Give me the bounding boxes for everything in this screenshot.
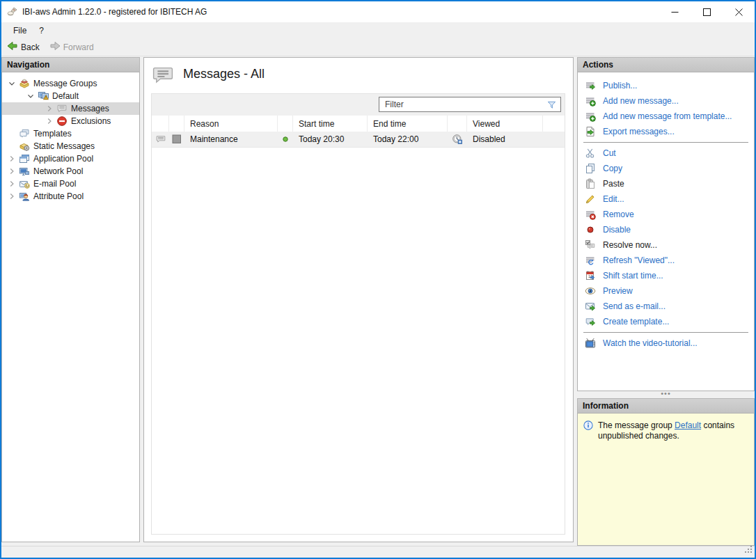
sidebar-item-message-groups[interactable]: Message Groups — [2, 77, 139, 90]
action-label: Cut — [603, 148, 616, 158]
chevron-right-icon[interactable] — [6, 153, 17, 164]
tree-item-label: Network Pool — [33, 166, 83, 176]
column-header-reason[interactable]: Reason — [184, 116, 278, 132]
message-groups-icon — [19, 78, 30, 89]
tree-item-label: Static Messages — [33, 141, 95, 151]
sidebar-item-exclusions[interactable]: Exclusions — [2, 115, 139, 127]
column-header-end-time[interactable]: End time — [368, 116, 448, 132]
add-message-icon — [585, 95, 596, 107]
minimize-button[interactable] — [659, 1, 691, 22]
network-pool-icon — [19, 166, 30, 177]
column-header-blank[interactable] — [278, 116, 293, 132]
information-message: The message group Default contains unpub… — [598, 420, 748, 441]
tree-item-label: Attribute Pool — [33, 191, 84, 201]
menu-file[interactable]: File — [7, 26, 33, 36]
information-panel: Information The message group Default co… — [577, 398, 755, 546]
action-preview[interactable]: Preview — [578, 283, 754, 299]
chevron-right-icon[interactable] — [6, 166, 17, 177]
action-disable[interactable]: Disable — [578, 222, 754, 237]
info-icon — [583, 420, 593, 432]
back-arrow-icon — [7, 40, 18, 54]
tool-bar: Back Forward — [1, 38, 755, 56]
tree-item-label: Application Pool — [33, 154, 93, 164]
sidebar-item-application-pool[interactable]: Application Pool — [2, 152, 139, 165]
messages-header-icon — [152, 64, 174, 88]
messages-icon — [56, 103, 68, 114]
maximize-button[interactable] — [691, 1, 723, 22]
close-button[interactable] — [723, 1, 755, 22]
tree-item-label: E-mail Pool — [33, 179, 76, 189]
action-publish[interactable]: Publish... — [578, 78, 754, 93]
remove-icon — [585, 209, 596, 220]
message-lines-icon — [152, 132, 169, 147]
action-label: Paste — [603, 179, 624, 189]
action-label: Edit... — [603, 194, 624, 204]
filter-bar — [152, 94, 565, 116]
cell-text: Maintenance — [184, 132, 278, 147]
action-remove[interactable]: Remove — [578, 207, 754, 222]
column-header-blank[interactable] — [152, 116, 169, 132]
action-export-messages[interactable]: Export messages... — [578, 124, 754, 139]
back-label: Back — [21, 42, 40, 52]
sidebar-item-default[interactable]: Default — [2, 90, 139, 102]
send-email-icon — [585, 301, 596, 312]
column-header-blank[interactable] — [543, 116, 565, 132]
panel-splitter[interactable]: ••• — [577, 391, 755, 398]
action-shift-start-time[interactable]: 17 Shift start time... — [578, 268, 754, 283]
publish-icon — [585, 80, 596, 91]
default-group-link[interactable]: Default — [675, 420, 701, 430]
cut-icon — [585, 148, 596, 159]
cell-text: Today 20:30 — [293, 132, 368, 147]
action-add-new-message-from-template[interactable]: Add new message from template... — [578, 109, 754, 124]
action-create-template[interactable]: Create template... — [578, 314, 754, 329]
action-copy[interactable]: Copy — [578, 161, 754, 176]
action-watch-the-video-tutorial[interactable]: Watch the video-tutorial... — [578, 336, 754, 351]
action-label: Remove — [603, 210, 634, 219]
filter-funnel-icon[interactable] — [546, 100, 557, 110]
main-panel: Messages - All ReasonStart timeEnd timeV… — [143, 57, 574, 542]
chevron-right-icon[interactable] — [6, 178, 17, 189]
action-add-new-message[interactable]: Add new message... — [578, 93, 754, 109]
column-header-blank[interactable] — [448, 116, 467, 132]
action-label: Disable — [603, 225, 631, 235]
app-window: IBI-aws Admin 1.22.0 - registered for IB… — [0, 0, 756, 559]
action-edit[interactable]: Edit... — [578, 191, 754, 207]
menu-bar: File ? — [1, 22, 755, 38]
application-pool-icon — [19, 153, 30, 164]
sidebar-item-templates[interactable]: Templates — [2, 127, 139, 140]
sidebar-item-e-mail-pool[interactable]: E-mail Pool — [2, 178, 139, 190]
action-send-as-e-mail[interactable]: Send as e-mail... — [578, 299, 754, 314]
cell-text: Disabled — [467, 132, 543, 147]
back-button[interactable]: Back — [3, 40, 44, 54]
attribute-pool-icon — [19, 191, 30, 202]
actions-list: Publish... Add new message... Add new me… — [577, 72, 755, 391]
resize-grip[interactable] — [744, 545, 753, 556]
action-cut[interactable]: Cut — [578, 145, 754, 161]
email-pool-icon — [19, 178, 30, 189]
app-icon — [7, 6, 18, 17]
chevron-right-icon[interactable] — [6, 191, 17, 202]
chevron-down-icon[interactable] — [25, 90, 36, 102]
sidebar-item-network-pool[interactable]: Network Pool — [2, 165, 139, 178]
exclusions-icon — [56, 116, 68, 127]
column-header-viewed[interactable]: Viewed — [467, 116, 543, 132]
templates-icon — [19, 128, 30, 139]
tree-item-label: Exclusions — [71, 116, 111, 126]
sidebar-item-messages[interactable]: Messages — [2, 102, 139, 115]
chevron-right-icon[interactable] — [44, 116, 55, 127]
chevron-right-icon[interactable] — [44, 103, 55, 114]
sidebar-item-attribute-pool[interactable]: Attribute Pool — [2, 190, 139, 203]
menu-help[interactable]: ? — [33, 26, 50, 36]
table-row[interactable]: MaintenanceToday 20:30Today 22:00Disable… — [152, 132, 565, 148]
action-label: Shift start time... — [603, 271, 663, 281]
column-header-blank[interactable] — [169, 116, 184, 132]
chevron-down-icon[interactable] — [6, 78, 17, 89]
green-dot-icon — [278, 132, 293, 147]
sidebar-item-static-messages[interactable]: Static Messages — [2, 140, 139, 152]
information-header: Information — [577, 398, 755, 413]
filter-input[interactable] — [379, 98, 546, 111]
action-refresh-viewed[interactable]: Refresh "Viewed"... — [578, 253, 754, 268]
gray-square-icon — [169, 132, 184, 147]
window-title: IBI-aws Admin 1.22.0 - registered for IB… — [22, 7, 207, 17]
column-header-start-time[interactable]: Start time — [293, 116, 368, 132]
